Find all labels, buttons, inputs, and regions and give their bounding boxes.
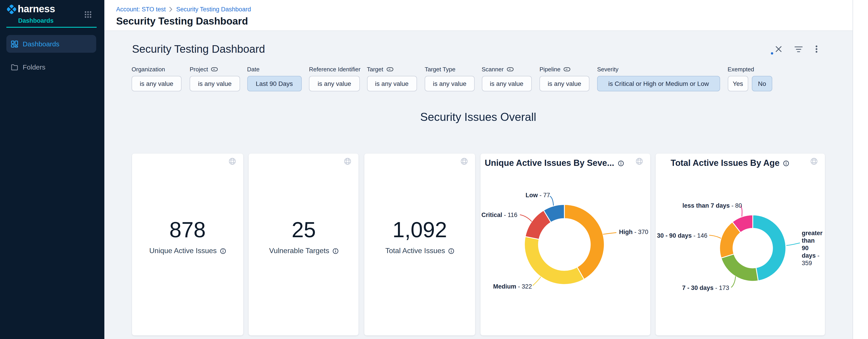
label-connector [731, 276, 736, 287]
sidebar-item-folders[interactable]: Folders [6, 58, 96, 76]
sidebar-item-label: Folders [23, 58, 45, 76]
app-root: harness Dashboards Dashboards [0, 0, 868, 339]
slice-label: Medium - 322 [493, 283, 532, 290]
chart-card-issues-by-age: Total Active Issues By Age greaterthan90… [656, 153, 825, 335]
sidebar-item-label: Dashboards [23, 35, 59, 53]
slice-label: less than 7 days - 80 [682, 202, 742, 209]
slice-label: Low - 77 [526, 192, 550, 199]
filter-label: Date [247, 66, 259, 73]
filter-label: Project [190, 66, 218, 73]
globe-icon [229, 158, 236, 165]
slice-label: 30 - 90 days - 146 [657, 232, 707, 239]
filter-chip-severity[interactable]: is Critical or High or Medium or Low [597, 76, 720, 91]
slice-label: High - 370 [619, 229, 648, 235]
filter-chip-target[interactable]: is any value [367, 76, 417, 91]
breadcrumb-dashboard-link[interactable]: Security Testing Dashboard [176, 6, 251, 13]
sidebar: harness Dashboards Dashboards [0, 0, 104, 339]
page-title: Security Testing Dashboard [116, 16, 248, 27]
slice-label: Critical - 116 [482, 211, 518, 218]
stat-card-vulnerable-targets: 25 Vulnerable Targets [249, 153, 359, 335]
age-donut-chart[interactable]: greaterthan90days -3597 - 30 days - 1733… [656, 153, 825, 335]
filter-chip-pipeline[interactable]: is any value [539, 76, 589, 91]
filter-chip-scanner[interactable]: is any value [482, 76, 532, 91]
severity-donut-chart[interactable]: High - 370Medium - 322Critical - 116Low … [480, 153, 650, 335]
filter-chip-target-type[interactable]: is any value [425, 76, 475, 91]
info-icon[interactable] [448, 248, 454, 254]
slice-label: greaterthan90days -359 [802, 230, 823, 266]
label-connector [520, 215, 532, 222]
chart-card-issues-by-severity: Unique Active Issues By Seve... High - 3… [480, 153, 650, 335]
donut-slice-7---30-days[interactable] [721, 254, 758, 281]
filter-toggle-no[interactable]: No [752, 76, 772, 91]
scrollbar-gutter[interactable] [852, 0, 868, 339]
label-connector [550, 196, 554, 206]
stat-value: 25 [249, 216, 359, 244]
breadcrumb-account-link[interactable]: Account: STO test [116, 6, 166, 13]
stat-label: Total Active Issues [364, 247, 475, 255]
brand-name[interactable]: harness [18, 3, 55, 15]
filter-label: Pipeline [539, 66, 570, 73]
donut-slice-medium[interactable] [525, 236, 584, 284]
info-icon[interactable] [220, 248, 226, 254]
filter-chip-date[interactable]: Last 90 Days [247, 76, 302, 91]
section-title: Security Issues Overall [132, 110, 825, 123]
filter-icon[interactable] [795, 46, 803, 52]
dashboards-icon [11, 40, 18, 48]
filter-label: Reference Identifier [309, 66, 361, 73]
label-connector [533, 277, 541, 286]
filter-chip-organization[interactable]: is any value [132, 76, 182, 91]
notification-dot [771, 52, 773, 54]
donut-slice-greater-than-90-days[interactable] [753, 215, 786, 281]
filter-label: Severity [597, 66, 618, 73]
filter-label: Target [367, 66, 393, 73]
filter-chip-reference-identifier[interactable]: is any value [309, 76, 360, 91]
label-connector [709, 235, 721, 238]
dashboard-title: Security Testing Dashboard [132, 43, 265, 55]
chevron-right-icon [169, 7, 173, 12]
stat-label: Vulnerable Targets [249, 247, 359, 255]
stat-card-total-active-issues: 1,092 Total Active Issues [364, 153, 475, 335]
sidebar-item-dashboards[interactable]: Dashboards [6, 35, 96, 53]
sidebar-divider [6, 27, 97, 28]
filter-toggle-yes[interactable]: Yes [727, 76, 748, 91]
harness-logo-icon[interactable] [6, 4, 17, 15]
label-connector [786, 243, 800, 245]
stat-card-unique-active-issues: 878 Unique Active Issues [132, 153, 243, 335]
globe-icon [344, 158, 351, 165]
module-name: Dashboards [18, 17, 54, 24]
info-icon[interactable] [332, 248, 338, 254]
stat-label: Unique Active Issues [132, 247, 243, 255]
stat-value: 1,092 [364, 216, 475, 244]
filter-label: Exempted [727, 66, 754, 73]
filter-label: Scanner [482, 66, 514, 73]
folder-icon [11, 63, 18, 70]
slice-label: 7 - 30 days - 173 [682, 284, 729, 291]
label-connector [603, 233, 616, 234]
top-header: Account: STO test Security Testing Dashb… [104, 0, 868, 31]
filter-label: Organization [132, 66, 165, 73]
breadcrumb: Account: STO test Security Testing Dashb… [116, 6, 251, 13]
donut-slice-high[interactable] [564, 204, 604, 279]
apps-grid-icon[interactable] [84, 11, 92, 18]
filter-label: Target Type [425, 66, 455, 73]
filter-chip-project[interactable]: is any value [190, 76, 240, 91]
stat-value: 878 [132, 216, 243, 244]
globe-icon [461, 158, 468, 165]
close-icon[interactable] [775, 46, 782, 52]
kebab-menu-icon[interactable] [815, 46, 817, 53]
